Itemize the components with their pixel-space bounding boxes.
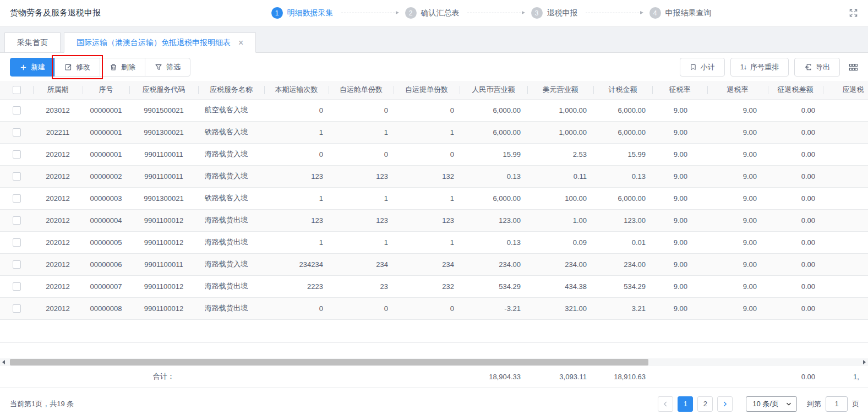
table-row[interactable]: 202012000000079901100012海路载货出境2223232325…	[0, 275, 868, 297]
table-cell: 534.29	[460, 275, 527, 297]
table-row[interactable]: 202012000000039901300021铁路载客入境1116,000.0…	[0, 187, 868, 209]
page-button-1[interactable]: 1	[678, 396, 693, 412]
delete-button[interactable]: 删除	[100, 58, 145, 77]
subtotal-button[interactable]: 小计	[680, 58, 725, 77]
wizard-step-1[interactable]: 1 明细数据采集	[271, 7, 334, 19]
new-button[interactable]: 新建	[10, 58, 55, 77]
bookmark-icon	[690, 63, 697, 71]
toolbar: 新建 修改 删除 筛选 小计 1↓ 序号重排 导出	[0, 53, 868, 81]
row-checkbox[interactable]	[13, 106, 21, 114]
toolbar-right-group: 小计 1↓ 序号重排 导出	[680, 58, 859, 77]
table-cell: 9901500021	[129, 99, 198, 121]
column-header-2[interactable]: 序号	[83, 81, 129, 99]
table-cell: 1	[394, 121, 460, 143]
table-cell: 9.00	[652, 165, 707, 187]
column-header-12[interactable]: 退税率	[707, 81, 768, 99]
table-cell: 9.00	[707, 99, 768, 121]
table-cell: 9901100012	[129, 297, 198, 319]
row-checkbox[interactable]	[13, 216, 21, 225]
table-row[interactable]: 202012000000019901100011海路载货入境00015.992.…	[0, 143, 868, 165]
column-header-1[interactable]: 所属期	[33, 81, 83, 99]
tab-international-transport-detail[interactable]: 国际运输（港澳台运输）免抵退税申报明细表 ×	[64, 32, 256, 53]
wizard-step-4[interactable]: 4 申报结果查询	[649, 7, 712, 19]
column-header-7[interactable]: 自运提单份数	[394, 81, 460, 99]
totals-cell	[33, 366, 83, 388]
tab-collection-home[interactable]: 采集首页	[4, 32, 61, 53]
column-header-8[interactable]: 人民币营业额	[460, 81, 527, 99]
row-checkbox[interactable]	[13, 260, 21, 269]
row-checkbox[interactable]	[13, 304, 21, 313]
export-button[interactable]: 导出	[794, 58, 840, 77]
table-cell: 6,000.00	[593, 187, 652, 209]
scroll-right-arrow[interactable]	[863, 360, 866, 364]
fullscreen-icon[interactable]	[849, 8, 858, 18]
pagination-summary: 当前第1页，共19 条	[10, 399, 74, 409]
totals-section: 合计：18,904.333,093.1118,910.630.001,	[0, 366, 868, 389]
column-header-10[interactable]: 计税金额	[593, 81, 652, 99]
reorder-button[interactable]: 1↓ 序号重排	[730, 58, 789, 77]
table-cell: 9901100011	[129, 165, 198, 187]
table-cell: 6,000.00	[593, 121, 652, 143]
column-header-14[interactable]: 应退税	[823, 81, 868, 99]
table-cell: 202012	[33, 187, 83, 209]
scroll-left-arrow[interactable]	[2, 360, 5, 364]
column-header-6[interactable]: 自运舱单份数	[329, 81, 394, 99]
wizard-step-3[interactable]: 3 退税申报	[531, 7, 578, 19]
table-cell: 9.00	[652, 253, 707, 275]
table-cell: 202012	[33, 165, 83, 187]
table-cell: 9.00	[707, 275, 768, 297]
table-row[interactable]: 202211000000019901300021铁路载客入境1116,000.0…	[0, 121, 868, 143]
table-cell: 00000004	[83, 209, 129, 231]
row-checkbox[interactable]	[13, 128, 21, 137]
totals-cell: 0.00	[768, 366, 823, 388]
table-cell: 00000001	[83, 143, 129, 165]
totals-row: 合计：18,904.333,093.1118,910.630.001,	[0, 366, 868, 388]
column-header-4[interactable]: 应税服务名称	[198, 81, 264, 99]
column-settings-button[interactable]	[848, 61, 859, 74]
row-checkbox[interactable]	[13, 172, 21, 181]
row-checkbox[interactable]	[13, 194, 21, 203]
table-cell: 6,000.00	[593, 99, 652, 121]
column-header-3[interactable]: 应税服务代码	[129, 81, 198, 99]
table-row[interactable]: 202012000000029901100011海路载货入境1231231320…	[0, 165, 868, 187]
modify-button[interactable]: 修改	[54, 58, 100, 77]
select-all-checkbox[interactable]	[13, 86, 21, 94]
next-page-button[interactable]	[717, 396, 733, 412]
prev-page-button[interactable]	[658, 396, 673, 412]
filter-button[interactable]: 筛选	[145, 58, 190, 77]
row-checkbox[interactable]	[13, 150, 21, 159]
row-checkbox[interactable]	[13, 282, 21, 291]
column-header-13[interactable]: 征退税差额	[768, 81, 823, 99]
wizard-step-2[interactable]: 2 确认汇总表	[405, 7, 460, 19]
table-cell: 202211	[33, 121, 83, 143]
table-cell: 9.00	[652, 275, 707, 297]
step-label: 明细数据采集	[287, 8, 334, 18]
scrollbar-thumb[interactable]	[10, 359, 648, 366]
column-header-5[interactable]: 本期运输次数	[264, 81, 329, 99]
close-icon[interactable]: ×	[238, 39, 243, 47]
goto-page-input[interactable]	[826, 396, 848, 412]
tab-label: 国际运输（港澳台运输）免抵退税申报明细表	[77, 38, 231, 48]
table-row[interactable]: 202012000000059901100012海路载货出境1110.130.0…	[0, 231, 868, 253]
table-row[interactable]: 202012000000069901100011海路载货入境2342342342…	[0, 253, 868, 275]
page-button-2[interactable]: 2	[697, 396, 713, 412]
row-checkbox[interactable]	[13, 238, 21, 247]
table-cell: 1	[264, 187, 329, 209]
table-row[interactable]: 202012000000049901100012海路载货出境1231231231…	[0, 209, 868, 231]
column-header-9[interactable]: 美元营业额	[527, 81, 593, 99]
step-number: 4	[649, 7, 661, 19]
table-cell: 9.00	[652, 143, 707, 165]
table-cell: 321.00	[527, 297, 593, 319]
step-connector	[467, 13, 523, 13]
column-header-11[interactable]: 征税率	[652, 81, 707, 99]
step-label: 申报结果查询	[665, 8, 712, 18]
table-cell: 9901100011	[129, 143, 198, 165]
table-cell: 123.00	[593, 209, 652, 231]
table-cell: 00000003	[83, 187, 129, 209]
table-row[interactable]: 203012000000019901500021航空载客入境0006,000.0…	[0, 99, 868, 121]
table-cell: 1	[329, 121, 394, 143]
page-size-select[interactable]: 10 条/页	[746, 396, 797, 412]
horizontal-scrollbar[interactable]	[0, 358, 868, 366]
footer: 当前第1页，共19 条 12 10 条/页 到第 页	[0, 388, 868, 419]
table-row[interactable]: 202012000000089901100012海路载货出境000-3.2132…	[0, 297, 868, 319]
